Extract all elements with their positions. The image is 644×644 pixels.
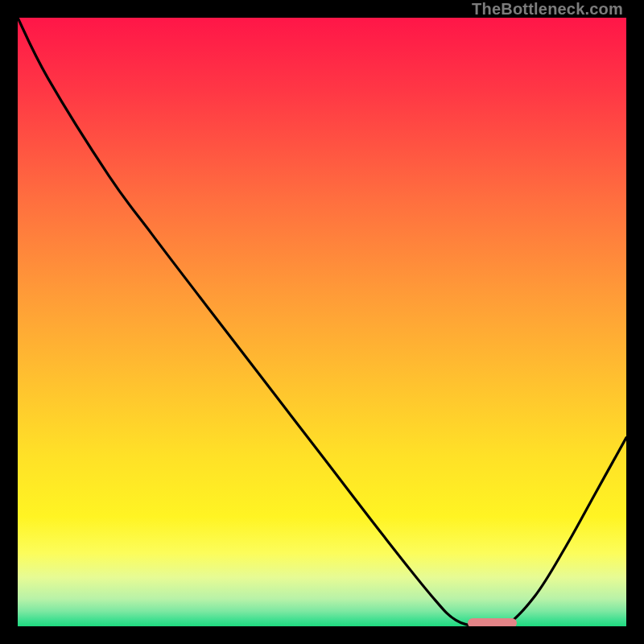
bottleneck-curve [18,18,626,626]
plot-area [18,18,626,626]
optimal-range-marker [468,618,516,626]
chart-frame: TheBottleneck.com [0,0,644,644]
watermark-text: TheBottleneck.com [472,0,623,19]
